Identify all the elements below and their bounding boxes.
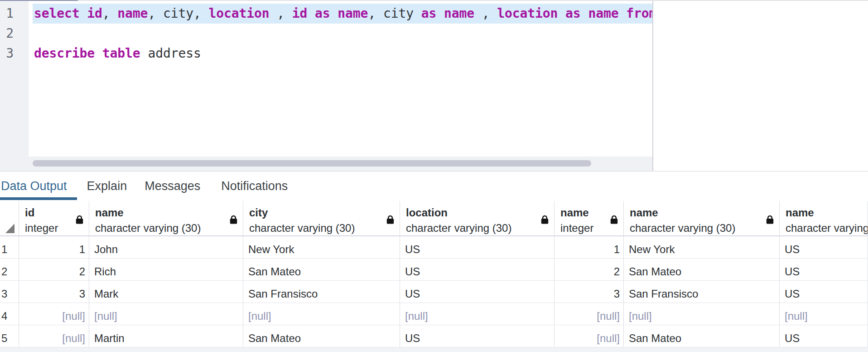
sql-keyword: location — [208, 6, 269, 21]
cell[interactable]: Martin — [89, 325, 243, 347]
cell[interactable]: US — [780, 236, 868, 258]
cell[interactable]: US — [780, 325, 868, 347]
cell[interactable]: US — [780, 259, 868, 280]
column-name: name — [630, 205, 779, 220]
cell[interactable]: [null] — [19, 325, 89, 347]
cell[interactable]: [null] — [243, 303, 400, 325]
tab-label: Messages — [145, 179, 200, 193]
sql-keyword: location — [497, 6, 558, 21]
cell[interactable]: [null] — [89, 303, 243, 325]
cell[interactable]: [null] — [555, 325, 624, 347]
cell[interactable]: US — [400, 325, 555, 347]
scratch-pad[interactable] — [653, 1, 868, 171]
tab-data-output[interactable]: Data Output — [0, 172, 77, 201]
lock-icon — [766, 215, 774, 224]
sql-text — [581, 6, 588, 21]
cell[interactable]: 2 — [19, 259, 89, 280]
cell[interactable]: US — [780, 281, 868, 303]
row-number[interactable]: 1 — [0, 236, 19, 258]
column-header-name[interactable]: namecharacter varying (30) — [780, 201, 868, 235]
cell[interactable]: John — [89, 236, 243, 258]
cell[interactable]: Rich — [89, 259, 243, 280]
editor-code-area[interactable]: select id, name, city, location , id as … — [29, 4, 652, 64]
sql-text: address — [148, 46, 201, 61]
sql-keyword: id — [292, 6, 308, 21]
tab-messages[interactable]: Messages — [135, 172, 211, 201]
column-type: character varying (30) — [95, 220, 243, 235]
sql-keyword: table — [102, 46, 140, 61]
cell[interactable]: [null] — [555, 303, 624, 325]
cell[interactable]: US — [400, 236, 555, 258]
cell[interactable]: San Mateo — [624, 259, 780, 280]
cell[interactable]: [null] — [19, 303, 89, 325]
cell[interactable]: San Fransisco — [243, 281, 400, 303]
grid-row-3: 33MarkSan FransiscoUS3San FransiscoUS — [0, 281, 868, 303]
column-header-location[interactable]: locationcharacter varying (30) — [400, 201, 555, 235]
select-all-icon[interactable] — [5, 224, 14, 233]
null-value: [null] — [405, 310, 428, 322]
cell[interactable]: US — [400, 281, 555, 303]
sql-text — [414, 6, 421, 21]
column-header-name[interactable]: namecharacter varying (30) — [624, 201, 780, 235]
sql-keyword: select — [34, 6, 80, 21]
null-value: [null] — [597, 310, 620, 322]
row-number[interactable]: 3 — [0, 281, 19, 303]
cell[interactable]: 1 — [555, 236, 624, 258]
cell[interactable]: 3 — [19, 281, 89, 303]
column-name: city — [249, 205, 400, 220]
column-header-name[interactable]: nameinteger — [555, 201, 624, 235]
tab-explain[interactable]: Explain — [77, 172, 135, 201]
query-editor-section: 123 select id, name, city, location , id… — [0, 1, 868, 171]
sql-text: city — [163, 6, 193, 21]
code-line-1[interactable]: select id, name, city, location , id as … — [29, 4, 652, 24]
row-number[interactable]: 4 — [0, 303, 19, 325]
column-header-city[interactable]: citycharacter varying (30) — [243, 201, 400, 235]
cell[interactable]: [null] — [624, 303, 780, 325]
code-line-3[interactable]: describe table address — [29, 44, 652, 64]
cell[interactable]: [null] — [780, 303, 868, 325]
null-value: [null] — [248, 310, 271, 322]
sql-text — [95, 46, 102, 61]
sql-keyword: id — [87, 6, 102, 21]
grid-row-4: 4[null][null][null][null][null][null][nu… — [0, 303, 868, 325]
column-header-name[interactable]: namecharacter varying (30) — [89, 201, 243, 235]
cell[interactable]: US — [400, 259, 555, 280]
data-output-grid: idintegernamecharacter varying (30)cityc… — [0, 201, 868, 352]
cell[interactable]: San Fransisco — [624, 281, 780, 303]
cell[interactable]: 2 — [555, 259, 624, 280]
lock-icon — [76, 215, 83, 224]
cell[interactable]: New York — [624, 236, 780, 258]
cell[interactable]: Mark — [89, 281, 243, 303]
editor-scrollbar-thumb[interactable] — [33, 160, 591, 166]
cell[interactable]: San Mateo — [243, 325, 400, 347]
tab-label: Explain — [87, 179, 127, 193]
cell[interactable]: San Mateo — [624, 325, 780, 347]
null-value: [null] — [62, 310, 85, 322]
cell[interactable]: [null] — [400, 303, 555, 325]
code-line-2[interactable] — [29, 24, 652, 44]
tab-notifications[interactable]: Notifications — [211, 172, 298, 201]
column-header-id[interactable]: idinteger — [19, 201, 89, 235]
null-value: [null] — [94, 310, 117, 322]
grid-bottom-scroll-area[interactable] — [0, 347, 868, 352]
line-number: 3 — [0, 44, 14, 64]
editor-horizontal-scrollbar[interactable] — [29, 156, 652, 171]
sql-keyword: name — [338, 6, 368, 21]
cell[interactable]: New York — [243, 236, 400, 258]
row-number[interactable]: 2 — [0, 259, 19, 280]
sql-text: , — [193, 6, 209, 21]
column-type: character varying (30) — [249, 220, 400, 235]
null-value: [null] — [629, 310, 652, 322]
sql-keyword: as — [315, 6, 330, 21]
sql-editor[interactable]: 123 select id, name, city, location , id… — [0, 1, 652, 171]
grid-row-1: 11JohnNew YorkUS1New YorkUS — [0, 236, 868, 259]
sql-text — [436, 6, 444, 21]
sql-text: , — [368, 6, 383, 21]
row-number[interactable]: 5 — [0, 325, 19, 347]
cell[interactable]: San Mateo — [243, 259, 400, 280]
null-value: [null] — [62, 332, 85, 344]
lock-icon — [386, 215, 394, 224]
cell[interactable]: 1 — [19, 236, 89, 258]
cell[interactable]: 3 — [555, 281, 624, 303]
select-all-cell[interactable] — [0, 201, 19, 235]
